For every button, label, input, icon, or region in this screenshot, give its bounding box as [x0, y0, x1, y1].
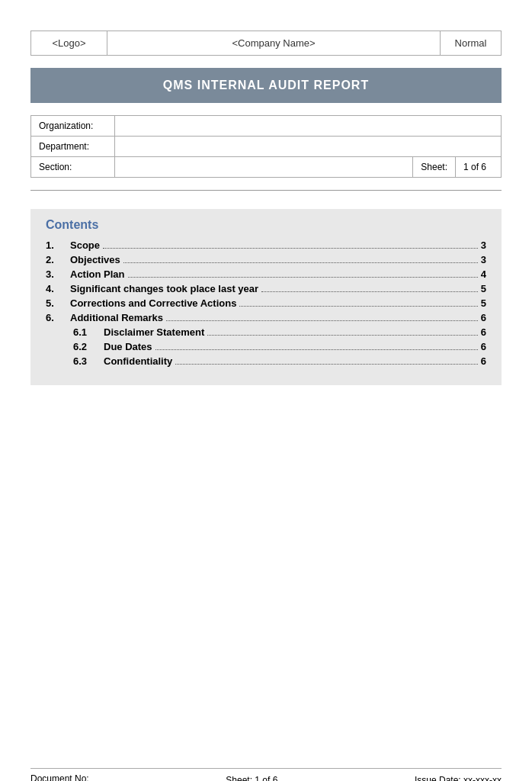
- header-normal: Normal: [441, 31, 502, 56]
- toc-label-1: Scope: [70, 239, 100, 251]
- toc-label-4: Significant changes took place last year: [70, 283, 258, 294]
- toc-number-1: 1.: [46, 239, 70, 251]
- sheet-label: Sheet:: [413, 157, 456, 178]
- toc-item-5: 5. Corrections and Corrective Actions 5: [46, 297, 486, 309]
- toc-dots-6-3: [175, 364, 477, 365]
- footer-left: Document No: Revision No:: [30, 773, 89, 781]
- toc-number-6-1: 6.1: [73, 326, 104, 338]
- toc-page-6-2: 6: [481, 341, 486, 352]
- toc-page-6-3: 6: [481, 355, 486, 367]
- sheet-value: 1 of 6: [456, 157, 502, 178]
- footer: Document No: Revision No: Sheet: 1 of 6 …: [30, 768, 502, 781]
- toc-page-1: 3: [481, 239, 486, 251]
- toc-dots-3: [128, 277, 478, 278]
- footer-issue: Issue Date: xx-xxx-xx: [415, 775, 502, 781]
- footer-right: Issue Date: xx-xxx-xx: [415, 775, 502, 781]
- info-table: Organization: Department: Section: Sheet…: [30, 115, 502, 178]
- toc-page-4: 5: [481, 283, 486, 294]
- toc-page-6: 6: [481, 312, 486, 323]
- toc-item-6-1: 6.1 Disclaimer Statement 6: [73, 326, 486, 338]
- toc-dots-4: [261, 291, 478, 292]
- header-company: <Company Name>: [107, 31, 441, 56]
- toc-item-3: 3. Action Plan 4: [46, 268, 486, 280]
- toc-label-2: Objectives: [70, 254, 120, 265]
- footer-center: Sheet: 1 of 6: [226, 775, 277, 781]
- page-wrapper: <Logo> <Company Name> Normal QMS INTERNA…: [0, 31, 532, 781]
- toc-page-2: 3: [481, 254, 486, 265]
- department-value: [115, 137, 502, 157]
- toc-page-3: 4: [481, 268, 486, 280]
- toc-number-6: 6.: [46, 312, 70, 323]
- footer-sheet: Sheet: 1 of 6: [226, 775, 277, 781]
- toc-dots-6-2: [155, 349, 478, 350]
- toc-dots-6-1: [207, 335, 478, 336]
- organization-label: Organization:: [31, 116, 115, 137]
- toc-page-5: 5: [481, 297, 486, 309]
- toc-label-5: Corrections and Corrective Actions: [70, 297, 236, 309]
- toc-label-6-1: Disclaimer Statement: [104, 326, 204, 338]
- toc-dots-6: [166, 320, 478, 321]
- toc-number-4: 4.: [46, 283, 70, 294]
- department-label: Department:: [31, 137, 115, 157]
- toc-item-6: 6. Additional Remarks 6: [46, 312, 486, 323]
- toc-item-6-2: 6.2 Due Dates 6: [73, 341, 486, 352]
- doc-no-label: Document No:: [30, 773, 89, 781]
- toc-number-6-3: 6.3: [73, 355, 104, 367]
- toc-item-6-3: 6.3 Confidentiality 6: [73, 355, 486, 367]
- toc-dots-1: [103, 248, 478, 249]
- toc-dots-5: [239, 306, 477, 307]
- contents-box: Contents 1. Scope 3 2. Objectives 3 3. A…: [30, 209, 502, 385]
- header-table: <Logo> <Company Name> Normal: [30, 31, 502, 56]
- toc-label-6-2: Due Dates: [104, 341, 152, 352]
- contents-title: Contents: [46, 218, 486, 232]
- section-label: Section:: [31, 157, 115, 178]
- report-title: QMS INTERNAL AUDIT REPORT: [30, 68, 502, 103]
- organization-value: [115, 116, 502, 137]
- toc-number-5: 5.: [46, 297, 70, 309]
- toc-dots-2: [123, 262, 478, 263]
- toc-page-6-1: 6: [481, 326, 486, 338]
- divider: [30, 190, 502, 191]
- toc-number-3: 3.: [46, 268, 70, 280]
- section-value: [115, 157, 413, 178]
- toc-number-6-2: 6.2: [73, 341, 104, 352]
- toc-label-6: Additional Remarks: [70, 312, 163, 323]
- header-logo: <Logo>: [31, 31, 107, 56]
- toc-item-4: 4. Significant changes took place last y…: [46, 283, 486, 294]
- toc-item-2: 2. Objectives 3: [46, 254, 486, 265]
- toc-label-6-3: Confidentiality: [104, 355, 172, 367]
- toc-item-1: 1. Scope 3: [46, 239, 486, 251]
- toc-number-2: 2.: [46, 254, 70, 265]
- toc-label-3: Action Plan: [70, 268, 125, 280]
